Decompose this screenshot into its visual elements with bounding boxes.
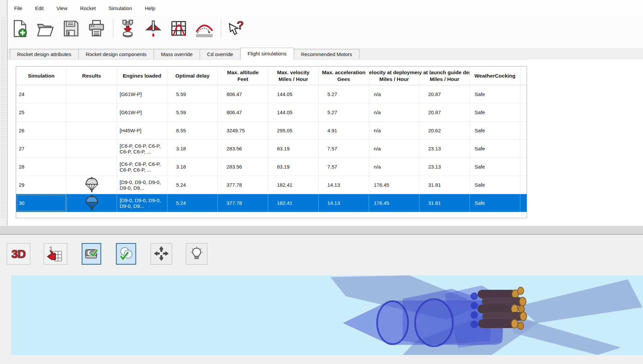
menu-edit[interactable]: Edit [31, 3, 48, 13]
cell-weathercocking[interactable]: Safe [470, 85, 520, 103]
cell-optimal_delay[interactable]: 5.59 [167, 103, 218, 121]
cell-velocity_at_launch_guide[interactable]: 31.81 [419, 176, 470, 194]
cell-simulation[interactable]: 24 [16, 85, 67, 103]
tab-rocket-design-components[interactable]: Rocket design components [79, 49, 154, 59]
flight-trajectory-button[interactable] [194, 18, 215, 40]
cell-results[interactable] [67, 194, 117, 212]
cell-velocity_at_deployment[interactable]: 176.45 [369, 194, 419, 212]
column-header-results[interactable]: Results [67, 66, 117, 85]
cell-velocity_at_launch_guide[interactable]: 20.87 [419, 85, 470, 103]
cell-engines[interactable]: [H45W-P] [117, 122, 167, 139]
cell-engines[interactable]: [G61W-P] [117, 103, 167, 121]
stage-view-button[interactable]: 1 [44, 243, 67, 265]
cell-weathercocking[interactable]: Safe [470, 103, 520, 121]
save-button[interactable] [61, 18, 81, 40]
cell-simulation[interactable]: 26 [16, 122, 67, 139]
tab-mass-override[interactable]: Mass override [154, 49, 200, 59]
cell-optimal_delay[interactable]: 3.18 [167, 140, 218, 157]
cell-velocity_at_launch_guide[interactable]: 23.13 [419, 158, 470, 176]
cell-max_acceleration[interactable]: 7.57 [319, 158, 369, 176]
tab-recommended-motors[interactable]: Recommended Motors [294, 49, 360, 59]
cell-results[interactable] [67, 122, 117, 139]
pan-view-button[interactable] [151, 243, 172, 265]
cell-max_altitude[interactable]: 283.56 [218, 140, 268, 157]
fin-design-button[interactable] [143, 18, 164, 40]
cell-velocity_at_launch_guide[interactable]: 20.62 [419, 122, 470, 139]
cell-max_acceleration[interactable]: 5.27 [319, 103, 369, 121]
cell-max_velocity[interactable]: 182.41 [268, 176, 319, 194]
table-row-simulation-27[interactable]: 27[C6-P, C6-P, C6-P, C6-P, C6-P, ...3.18… [16, 140, 527, 158]
table-row-simulation-24[interactable]: 24[G61W-P]5.59806.47144.055.27n/a20.87Sa… [16, 85, 527, 103]
cell-max_acceleration[interactable]: 4.91 [319, 122, 369, 139]
lighting-button[interactable] [186, 243, 207, 265]
cell-max_velocity[interactable]: 144.05 [268, 103, 319, 121]
3d-view-button[interactable]: 3D [7, 243, 30, 265]
new-rocket-button[interactable] [9, 18, 30, 40]
column-header-max_altitude[interactable]: Max. altitudeFeet [218, 66, 268, 85]
table-row-simulation-29[interactable]: 29[D9-0, D9-0, D9-0, D9-0, D9...5.24377.… [16, 176, 527, 194]
column-header-simulation[interactable]: Simulation [16, 66, 67, 85]
table-row-simulation-28[interactable]: 28[C6-P, C6-P, C6-P, C6-P, C6-P, ...3.18… [16, 158, 527, 176]
cell-max_altitude[interactable]: 806.47 [218, 103, 268, 121]
cell-velocity_at_launch_guide[interactable]: 23.13 [419, 140, 470, 157]
cell-results[interactable] [67, 158, 117, 176]
cell-velocity_at_deployment[interactable]: n/a [369, 122, 419, 139]
cell-velocity_at_deployment[interactable]: 176.45 [369, 176, 419, 194]
context-help-button[interactable]: ? [225, 18, 246, 40]
menu-simulation[interactable]: Simulation [105, 3, 136, 13]
cell-optimal_delay[interactable]: 3.18 [167, 158, 218, 176]
cell-optimal_delay[interactable]: 5.24 [167, 176, 218, 194]
cell-engines[interactable]: [G61W-P] [117, 85, 167, 103]
cell-simulation[interactable]: 30 [16, 194, 67, 212]
simulation-plot-button[interactable] [168, 18, 189, 40]
cell-results[interactable] [67, 176, 117, 194]
cell-max_acceleration[interactable]: 14.13 [319, 194, 369, 212]
column-header-weathercocking[interactable]: WeatherCocking [470, 66, 520, 85]
cell-simulation[interactable]: 27 [16, 140, 67, 157]
cell-weathercocking[interactable]: Safe [470, 140, 520, 157]
solid-render-button[interactable] [82, 243, 101, 265]
menu-file[interactable]: File [10, 3, 26, 13]
menu-view[interactable]: View [52, 3, 71, 13]
cell-weathercocking[interactable]: Safe [470, 176, 520, 194]
rocket-3d-viewport[interactable] [11, 275, 643, 355]
cell-velocity_at_deployment[interactable]: n/a [369, 85, 419, 103]
cell-optimal_delay[interactable]: 5.59 [167, 85, 218, 103]
cell-max_velocity[interactable]: 295.05 [268, 122, 319, 139]
column-header-max_velocity[interactable]: Max. velocityMiles / Hour [268, 66, 319, 85]
menu-help[interactable]: Help [141, 3, 159, 13]
cell-weathercocking[interactable]: Safe [470, 122, 520, 139]
cell-engines[interactable]: [C6-P, C6-P, C6-P, C6-P, C6-P, ... [117, 158, 167, 176]
table-row-simulation-25[interactable]: 25[G61W-P]5.59806.47144.055.27n/a20.87Sa… [16, 103, 527, 122]
cell-optimal_delay[interactable]: 8.55 [167, 122, 218, 139]
cell-weathercocking[interactable]: Safe [470, 194, 520, 212]
table-row-simulation-26[interactable]: 26[H45W-P]8.553249.75295.054.91n/a20.62S… [16, 122, 527, 140]
cell-velocity_at_launch_guide[interactable]: 20.87 [419, 103, 470, 121]
cell-velocity_at_deployment[interactable]: n/a [369, 103, 419, 121]
open-button[interactable] [35, 18, 56, 40]
cell-max_velocity[interactable]: 182.41 [268, 194, 319, 212]
cell-max_acceleration[interactable]: 14.13 [319, 176, 369, 194]
cell-results[interactable] [67, 103, 117, 121]
column-header-velocity_at_deployment[interactable]: Velocity at deploymentMiles / Hour [369, 66, 419, 85]
cell-max_velocity[interactable]: 144.05 [268, 85, 319, 103]
cell-max_altitude[interactable]: 3249.75 [218, 122, 268, 139]
cell-engines[interactable]: [C6-P, C6-P, C6-P, C6-P, C6-P, ... [117, 140, 167, 157]
cell-max_velocity[interactable]: 83.19 [268, 158, 319, 176]
cell-max_acceleration[interactable]: 5.27 [319, 85, 369, 103]
cell-max_altitude[interactable]: 377.78 [218, 194, 268, 212]
tab-flight-simulations[interactable]: Flight simulations [240, 48, 294, 59]
horizontal-splitter[interactable] [0, 226, 643, 235]
load-engines-button[interactable] [117, 18, 138, 40]
cell-simulation[interactable]: 25 [16, 103, 67, 121]
cell-results[interactable] [67, 140, 117, 157]
column-header-optimal_delay[interactable]: Optimal delay [167, 66, 218, 85]
cell-max_velocity[interactable]: 83.19 [268, 140, 319, 157]
tab-rocket-design-attributes[interactable]: Rocket design attributes [10, 49, 79, 59]
column-header-max_acceleration[interactable]: Max. accelerationGees [319, 66, 369, 85]
cell-max_acceleration[interactable]: 7.57 [319, 140, 369, 157]
cell-simulation[interactable]: 29 [16, 176, 67, 194]
cell-max_altitude[interactable]: 806.47 [218, 85, 268, 103]
cell-weathercocking[interactable]: Safe [470, 158, 520, 176]
cell-max_altitude[interactable]: 377.78 [218, 176, 268, 194]
